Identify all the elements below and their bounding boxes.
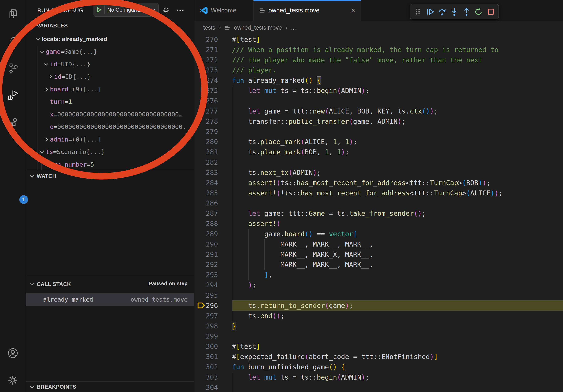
variable-row[interactable]: id = ID{...}	[26, 70, 194, 83]
code-line-283[interactable]: 283 ts.next_tx(ADMIN);	[194, 167, 563, 178]
code-line-276[interactable]: 276	[194, 96, 563, 106]
line-number[interactable]: 301	[205, 353, 218, 361]
line-number[interactable]: 272	[205, 56, 218, 64]
variable-row[interactable]: x = 000000000000000000000000000000000…	[26, 108, 194, 121]
line-number[interactable]: 279	[205, 128, 218, 136]
code-line-282[interactable]: 282	[194, 157, 563, 167]
line-number[interactable]: 280	[205, 138, 218, 146]
chevron-down-icon[interactable]	[35, 37, 40, 41]
code-line-298[interactable]: 298}	[194, 321, 563, 331]
explorer-icon[interactable]	[7, 9, 19, 20]
code-line-296[interactable]: 296 ts.return_to_sender(game);	[194, 301, 563, 311]
code-line-290[interactable]: 290 MARK__, MARK__, MARK__,	[194, 239, 563, 249]
line-number[interactable]: 283	[205, 169, 218, 176]
code-line-291[interactable]: 291 MARK__, MARK_X, MARK__,	[194, 249, 563, 260]
code-line-293[interactable]: 293 ],	[194, 270, 563, 280]
line-number[interactable]: 276	[205, 97, 218, 105]
line-number[interactable]: 304	[205, 383, 218, 392]
code-line-272[interactable]: 272/// the player who made the "false" m…	[194, 55, 563, 65]
call-stack-frame[interactable]: already_markedowned_tests.move	[26, 293, 194, 306]
code-line-286[interactable]: 286	[194, 198, 563, 209]
code-line-302[interactable]: 302fun burn_unfinished_game() {	[194, 362, 563, 372]
breakpoints-section-header[interactable]: BREAKPOINTS	[26, 381, 194, 392]
code-line-279[interactable]: 279	[194, 127, 563, 137]
code-line-304[interactable]: 304	[194, 382, 563, 392]
variable-row[interactable]: o = 0000000000000000000000000000000000.	[26, 121, 194, 133]
variable-row[interactable]: game = Game{...}	[26, 45, 194, 58]
code-line-274[interactable]: 274fun already_marked() {	[194, 75, 563, 85]
code-line-297[interactable]: 297 ts.end();	[194, 311, 563, 321]
variables-section-header[interactable]: VARIABLES	[26, 20, 194, 31]
line-number[interactable]: 273	[205, 66, 218, 74]
breadcrumb-item-tests[interactable]: tests	[203, 25, 215, 31]
line-number[interactable]: 293	[205, 271, 218, 279]
line-number[interactable]: 298	[205, 322, 218, 330]
code-line-287[interactable]: 287 let game: ttt::Game = ts.take_from_s…	[194, 208, 563, 219]
line-number[interactable]: 291	[205, 250, 218, 258]
breadcrumb-item-file[interactable]: owned_tests.move	[234, 25, 282, 31]
line-number[interactable]: 285	[205, 189, 218, 197]
code-line-303[interactable]: 303 let mut ts = ts::begin(ADMIN);	[194, 372, 563, 382]
variable-row[interactable]: admin = (0)[...]	[26, 133, 194, 146]
chevron-right-icon[interactable]	[48, 74, 52, 79]
breadcrumb-item-symbol[interactable]: ...	[291, 25, 296, 31]
watch-section-header[interactable]: WATCH	[26, 170, 194, 182]
code-line-301[interactable]: 301#[expected_failure(abort_code = ttt::…	[194, 352, 563, 362]
line-number[interactable]: 303	[205, 373, 218, 381]
step-into-button[interactable]	[449, 7, 460, 17]
line-number[interactable]: 270	[205, 36, 218, 43]
code-line-300[interactable]: 300#[test]	[194, 341, 563, 352]
search-icon[interactable]	[7, 36, 19, 47]
line-number[interactable]: 282	[205, 158, 218, 166]
line-number[interactable]: 302	[205, 363, 218, 371]
line-number[interactable]: 277	[205, 107, 218, 115]
settings-gear-icon[interactable]	[7, 374, 19, 386]
line-number[interactable]: 296	[205, 301, 218, 310]
line-number[interactable]: 281	[205, 148, 218, 156]
line-number[interactable]: 271	[205, 46, 218, 54]
code-line-277[interactable]: 277 let game = ttt::new(ALICE, BOB, KEY,…	[194, 106, 563, 116]
line-number[interactable]: 284	[205, 179, 218, 187]
line-number[interactable]: 295	[205, 291, 218, 299]
code-line-280[interactable]: 280 ts.place_mark(ALICE, 1, 1);	[194, 137, 563, 147]
current-line-marker-icon[interactable]	[194, 302, 205, 309]
source-control-icon[interactable]	[7, 63, 19, 74]
variable-row[interactable]: turn = 1	[26, 95, 194, 108]
chevron-down-icon[interactable]	[44, 62, 48, 66]
code-line-275[interactable]: 275 let mut ts = ts::begin(ADMIN);	[194, 85, 563, 96]
call-stack-section-header[interactable]: CALL STACK Paused on step	[26, 275, 194, 290]
code-line-285[interactable]: 285 assert!(!ts::has_most_recent_for_add…	[194, 188, 563, 198]
code-line-273[interactable]: 273/// player.	[194, 65, 563, 75]
line-number[interactable]: 275	[205, 87, 218, 94]
code-line-288[interactable]: 288 assert!(	[194, 219, 563, 229]
code-line-299[interactable]: 299	[194, 331, 563, 341]
chevron-right-icon[interactable]	[44, 87, 48, 91]
line-number[interactable]: 288	[205, 220, 218, 228]
code-line-294[interactable]: 294 );	[194, 280, 563, 290]
run-and-debug-icon[interactable]: 1	[7, 89, 19, 101]
account-icon[interactable]	[7, 347, 19, 359]
code-line-292[interactable]: 292 MARK__, MARK__, MARK__,	[194, 260, 563, 270]
line-number[interactable]: 294	[205, 281, 218, 289]
variable-row[interactable]: txn_number = 5	[26, 158, 194, 171]
tab-welcome[interactable]: Welcome	[194, 0, 254, 21]
code-line-278[interactable]: 278 transfer::public_transfer(game, ADMI…	[194, 116, 563, 127]
variable-row[interactable]: id = UID{...}	[26, 58, 194, 70]
chevron-down-icon[interactable]	[39, 49, 44, 54]
code-line-295[interactable]: 295	[194, 290, 563, 301]
toolbar-drag-handle[interactable]	[413, 7, 423, 17]
code-area[interactable]: 270#[test]271/// When a position is alre…	[194, 34, 563, 392]
variable-row[interactable]: ts = Scenario{...}	[26, 146, 194, 158]
code-line-284[interactable]: 284 assert!(ts::has_most_recent_for_addr…	[194, 178, 563, 188]
code-line-271[interactable]: 271/// When a position is already marked…	[194, 45, 563, 55]
more-actions-icon[interactable]	[176, 6, 184, 15]
close-icon[interactable]: ×	[351, 7, 355, 14]
restart-button[interactable]	[473, 7, 484, 17]
code-line-289[interactable]: 289 game.board() == vector[	[194, 229, 563, 239]
tab-owned-tests-move[interactable]: owned_tests.move ×	[254, 0, 361, 21]
extensions-icon[interactable]	[7, 118, 19, 129]
variable-row[interactable]: board = (9)[...]	[26, 83, 194, 95]
line-number[interactable]: 300	[205, 342, 218, 350]
line-number[interactable]: 278	[205, 118, 218, 125]
continue-button[interactable]	[425, 7, 435, 17]
